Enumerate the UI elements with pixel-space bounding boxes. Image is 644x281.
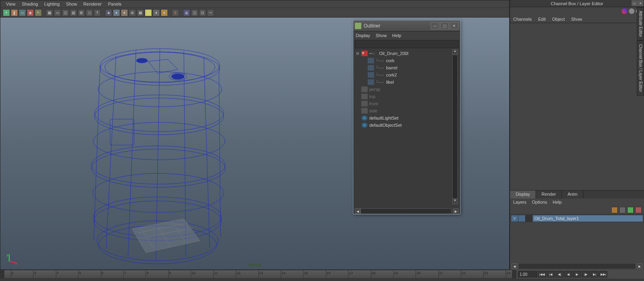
menu-help[interactable]: Help (392, 33, 402, 38)
textured-icon[interactable]: ▦ (137, 9, 144, 16)
image-plane-icon[interactable]: ▭ (19, 9, 26, 16)
tab-object[interactable]: Object (552, 17, 565, 22)
xray-icon[interactable]: ◍ (183, 9, 190, 16)
outliner-vscroll[interactable]: ▲ ▼ (452, 49, 458, 204)
current-time-field[interactable]: 1.00 (518, 271, 537, 277)
tick-label: 23 (484, 271, 488, 275)
tick-label: 19 (394, 271, 398, 275)
grid-icon[interactable]: ▦ (46, 9, 53, 16)
scroll-up-icon[interactable]: ▲ (453, 49, 457, 55)
scroll-left-icon[interactable]: ◀ (355, 208, 360, 214)
close-icon[interactable]: ✕ (450, 22, 459, 29)
bookmark-icon[interactable]: ❚ (11, 9, 18, 16)
xray-joints-icon[interactable]: ◫ (191, 9, 198, 16)
layer-display-type[interactable] (518, 215, 526, 222)
tab-display[interactable]: Display (510, 191, 536, 198)
use-default-material-icon[interactable]: ● (121, 9, 128, 16)
high-quality-icon[interactable]: ● (161, 9, 168, 16)
film-gate-icon[interactable]: ▭ (54, 9, 61, 16)
range-start-handle[interactable] (0, 270, 4, 278)
layer-row[interactable]: V Oil_Drum_Total_layer1 (511, 215, 643, 222)
step-forward-key-icon[interactable]: ▶| (591, 271, 599, 277)
layer-hscroll[interactable] (519, 264, 635, 269)
tab-show[interactable]: Show (571, 17, 582, 22)
range-end-handle[interactable] (512, 270, 516, 278)
collapse-icon[interactable]: ⊟ (356, 51, 360, 55)
tick-label: 20 (416, 271, 420, 275)
exposure-icon[interactable]: ⤳ (207, 9, 214, 16)
grease-pencil-icon[interactable]: ✎ (35, 9, 42, 16)
side-tab-channel-box[interactable]: Channel Box / Layer Editor (637, 41, 644, 96)
svg-line-20 (128, 50, 136, 257)
xray-components-icon[interactable]: ⊡ (199, 9, 206, 16)
safe-action-icon[interactable]: ◻ (86, 9, 93, 16)
shadows-icon[interactable]: ● (153, 9, 160, 16)
menu-renderer[interactable]: Renderer (80, 1, 105, 7)
move-layer-up-icon[interactable] (611, 207, 618, 213)
outliner-tree[interactable]: ⊟✦━○ Oil_Drum_200l └─○cork └─○barrel └─○… (353, 49, 460, 208)
close-icon[interactable]: ✕ (638, 0, 643, 6)
grey-swatch-icon[interactable] (629, 8, 634, 14)
tab-edit[interactable]: Edit (538, 17, 546, 22)
menu-help[interactable]: Help (553, 200, 562, 204)
menu-shading[interactable]: Shading (19, 1, 41, 7)
tab-render[interactable]: Render (536, 191, 562, 198)
side-tab-attribute-editor[interactable]: Attribute Editor (637, 7, 644, 41)
svg-point-6 (91, 149, 225, 187)
new-layer-icon[interactable] (627, 207, 634, 213)
scroll-right-icon[interactable]: ▶ (637, 263, 642, 269)
tab-anim[interactable]: Anim (562, 191, 583, 198)
outliner-search-input[interactable] (355, 40, 459, 48)
menu-show[interactable]: Show (63, 1, 81, 7)
menu-view[interactable]: View (3, 1, 19, 7)
timeline-track[interactable]: 23456789101112131415161718192021222324 (0, 270, 516, 279)
mesh-icon (368, 58, 374, 63)
isolate-select-icon[interactable]: ↯ (172, 9, 179, 16)
menu-lighting[interactable]: Lighting (41, 1, 63, 7)
scroll-right-icon[interactable]: ▶ (453, 208, 459, 214)
channel-color-swatches (510, 7, 644, 15)
menu-panels[interactable]: Panels (105, 1, 125, 7)
outliner-title-label: Outliner (364, 23, 430, 29)
play-forward-icon[interactable]: ▶ (573, 271, 581, 277)
scroll-left-icon[interactable]: ◀ (512, 263, 517, 269)
maximize-icon[interactable]: ▢ (440, 22, 449, 29)
go-to-end-icon[interactable]: ▶▶| (599, 271, 607, 277)
rgb-swatch-icon[interactable] (622, 8, 627, 14)
resolution-gate-icon[interactable]: ◫ (62, 9, 69, 16)
new-layer-assign-icon[interactable] (635, 207, 642, 213)
safe-title-icon[interactable]: T (94, 9, 101, 16)
gate-mask-icon[interactable]: ▤ (70, 9, 77, 16)
step-forward-icon[interactable]: |▶ (582, 271, 590, 277)
layer-color-swatch[interactable] (526, 215, 533, 222)
undock-icon[interactable]: ▭ (632, 0, 637, 6)
move-layer-down-icon[interactable] (619, 207, 626, 213)
wire-on-shaded-icon[interactable]: ⊕ (129, 9, 136, 16)
outliner-hscroll[interactable] (360, 208, 451, 214)
tick-label: 3 (34, 271, 36, 275)
menu-layers[interactable]: Layers (513, 200, 526, 204)
tick-label: 9 (169, 271, 171, 275)
2d-pan-icon[interactable]: ◉ (27, 9, 34, 16)
smooth-shade-icon[interactable]: ● (113, 9, 120, 16)
step-back-icon[interactable]: ◀| (555, 271, 563, 277)
go-to-start-icon[interactable]: |◀◀ (538, 271, 546, 277)
outliner-window[interactable]: Outliner — ▢ ✕ Display Show Help ⊟✦━○ Oi… (353, 20, 461, 214)
step-back-key-icon[interactable]: |◀ (547, 271, 555, 277)
layer-visibility-toggle[interactable]: V (511, 215, 518, 222)
scroll-down-icon[interactable]: ▼ (453, 198, 457, 204)
play-back-icon[interactable]: ◀ (564, 271, 572, 277)
minimize-icon[interactable]: — (431, 22, 439, 29)
layer-name-label: Oil_Drum_Total_layer1 (533, 216, 579, 221)
wireframe-icon[interactable]: ◈ (105, 9, 112, 16)
tick-label: 6 (102, 271, 104, 275)
outliner-titlebar[interactable]: Outliner — ▢ ✕ (353, 20, 460, 31)
field-chart-icon[interactable]: ⊞ (78, 9, 85, 16)
tab-channels[interactable]: Channels (513, 17, 532, 22)
menu-display[interactable]: Display (356, 33, 370, 38)
menu-options[interactable]: Options (532, 200, 547, 204)
select-camera-icon[interactable]: ✦ (3, 9, 10, 16)
use-all-lights-icon[interactable]: ☀ (145, 9, 152, 16)
camera-icon (361, 101, 368, 106)
menu-show[interactable]: Show (376, 33, 387, 38)
